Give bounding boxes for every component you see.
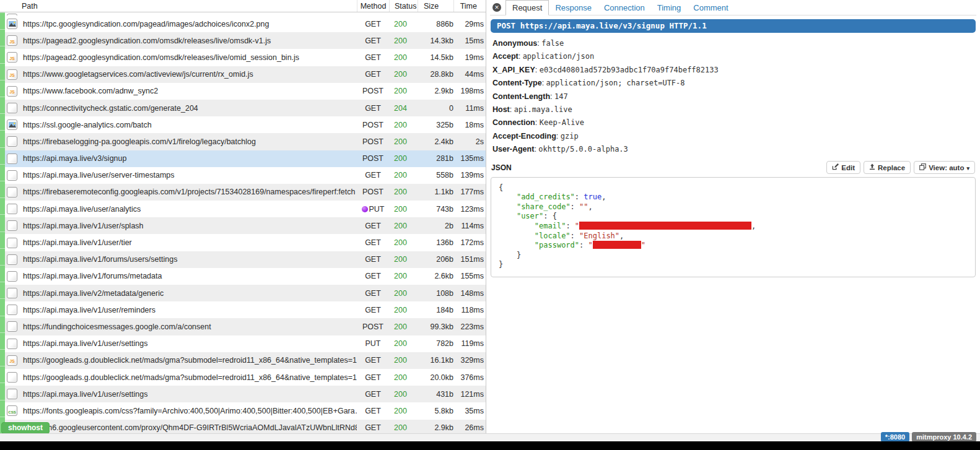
flow-method-text: GET: [365, 289, 381, 298]
flow-time: 18ms: [453, 121, 486, 129]
document-file-icon: [7, 254, 17, 265]
json-body-viewer[interactable]: { "add_credits": true, "share_code": "",…: [491, 177, 976, 277]
flow-status: 200: [389, 171, 418, 180]
request-header-line[interactable]: Content-Length: 147: [492, 90, 974, 103]
flow-row[interactable]: https://googleads.g.doubleclick.net/mads…: [0, 352, 486, 369]
header-value: gzip: [561, 132, 579, 141]
flow-rows: https://tpc.googlesyndication.com/pagead…: [0, 12, 486, 433]
column-header-status[interactable]: Status: [389, 0, 418, 12]
header-colon: :: [556, 132, 561, 141]
flow-method-text: GET: [365, 423, 381, 432]
flow-method: POST: [357, 121, 389, 129]
tab-connection[interactable]: Connection: [598, 0, 651, 15]
flow-path: https://api.maya.live/v1/user/settings: [23, 339, 357, 348]
flow-path: https://fundingchoicesmessages.google.co…: [23, 322, 357, 331]
flow-row[interactable]: https://api.maya.live/v3/signupPOST20028…: [0, 150, 486, 167]
flow-time: 19ms: [453, 53, 486, 62]
request-header-line[interactable]: X_API_KEY: e03cd40801ad572b93adbc1f70a9f…: [492, 64, 974, 77]
flow-row[interactable]: https://firebaseremoteconfig.googleapis.…: [0, 184, 486, 201]
request-header-line[interactable]: Anonymous: false: [492, 37, 974, 50]
json-token: :: [579, 241, 588, 249]
body-buttons: EditReplaceView: auto: [823, 161, 975, 174]
json-token: :: [571, 231, 579, 240]
flow-row[interactable]: https://tpc.googlesyndication.com/pagead…: [0, 15, 486, 32]
redaction-block: [579, 222, 751, 230]
button-label: View: auto: [929, 164, 964, 171]
flow-method: GET: [357, 272, 389, 280]
flow-row[interactable]: https://ssl.google-analytics.com/batchPO…: [0, 116, 486, 133]
flow-row[interactable]: https://api.maya.live/v2/metadata/generi…: [0, 285, 486, 301]
json-token: [499, 193, 517, 201]
flow-row[interactable]: https://fonts.googleapis.com/css?family=…: [0, 402, 486, 419]
flow-status: 200: [389, 373, 418, 382]
flow-row[interactable]: https://api.maya.live/v1/forums/metadata…: [0, 268, 486, 285]
request-header-line[interactable]: Accept-Encoding: gzip: [492, 130, 974, 143]
column-header-path[interactable]: Path: [0, 0, 357, 12]
header-name: Anonymous: [492, 39, 537, 48]
flow-row[interactable]: https://api.maya.live/v1/user/remindersG…: [0, 301, 486, 318]
view-auto-button[interactable]: View: auto: [914, 161, 975, 174]
json-token: ,: [602, 193, 606, 201]
tab-comment[interactable]: Comment: [687, 0, 734, 15]
flow-method-text: POST: [362, 154, 383, 163]
flow-row[interactable]: https://www.googletagservices.com/active…: [0, 66, 486, 83]
header-name: X_API_KEY: [492, 66, 535, 74]
tab-request[interactable]: Request: [505, 0, 549, 15]
request-header-line[interactable]: Content-Type: application/json; charset=…: [492, 77, 974, 90]
flow-row[interactable]: https://api.maya.live/v1/forums/users/se…: [0, 251, 486, 268]
request-header-line[interactable]: Connection: Keep-Alive: [492, 116, 974, 129]
flow-time: 148ms: [453, 289, 486, 298]
js-file-icon: [7, 355, 17, 366]
flow-row[interactable]: https://api.maya.live/v1/user/splashGET2…: [0, 217, 486, 234]
flow-status: 200: [389, 137, 418, 146]
flow-row[interactable]: https://googleads.g.doubleclick.net/mads…: [0, 369, 486, 386]
flow-size: 325b: [418, 121, 453, 129]
flow-row[interactable]: https://api.maya.live/v1/user/tierGET200…: [0, 234, 486, 251]
flow-row[interactable]: https://fundingchoicesmessages.google.co…: [0, 318, 486, 335]
flow-method-text: GET: [365, 222, 381, 230]
flow-method-text: POST: [362, 188, 383, 196]
flow-method: GET: [357, 255, 389, 264]
flow-path: https://api.maya.live/v1/user/reminders: [23, 306, 357, 314]
flow-method: GET: [357, 20, 389, 28]
edit-button[interactable]: Edit: [826, 161, 860, 174]
flow-row[interactable]: https://api.maya.live/user/analyticsPUT2…: [0, 201, 486, 217]
replace-button[interactable]: Replace: [864, 161, 911, 174]
tab-timing[interactable]: Timing: [651, 0, 688, 15]
column-header-time[interactable]: Time: [453, 0, 486, 12]
flow-method-text: GET: [365, 306, 381, 314]
flow-row[interactable]: https://firebaselogging-pa.googleapis.co…: [0, 133, 486, 150]
flow-row[interactable]: https://pagead2.googlesyndication.com/om…: [0, 49, 486, 66]
flow-row[interactable]: https://api.maya.live/v1/user/settingsPU…: [0, 335, 486, 352]
flow-row[interactable]: https://api.maya.live/user/server-timest…: [0, 167, 486, 184]
flow-row[interactable]: https://connectivitycheck.gstatic.com/ge…: [0, 100, 486, 116]
showhost-option-badge[interactable]: showhost: [1, 422, 50, 433]
column-header-size[interactable]: Size: [418, 0, 453, 12]
json-token: [499, 212, 517, 220]
flow-size: 16.1kb: [418, 356, 453, 365]
request-header-line[interactable]: Host: api.maya.live: [492, 103, 974, 116]
flow-path: https://api.maya.live/v1/forums/users/se…: [23, 255, 357, 264]
tab-response[interactable]: Response: [549, 0, 598, 15]
close-icon[interactable]: [492, 3, 501, 12]
request-header-line[interactable]: User-Agent: okhttp/5.0.0-alpha.3: [492, 143, 974, 156]
flow-marker-column: [0, 12, 5, 433]
flow-method-text: GET: [365, 171, 381, 180]
flow-method: GET: [357, 356, 389, 365]
flow-row[interactable]: https://pagead2.googlesyndication.com/om…: [0, 32, 486, 49]
flow-size: 281b: [418, 154, 453, 163]
flow-row[interactable]: https://www.facebook.com/adnw_sync2POST2…: [0, 83, 486, 100]
flow-time: 121ms: [453, 390, 486, 399]
request-header-line[interactable]: Accept: application/json: [492, 50, 974, 63]
request-line[interactable]: POST https://api.maya.live/v3/signup HTT…: [491, 19, 976, 33]
intercept-dot-icon: [362, 206, 368, 212]
column-header-method[interactable]: Method: [357, 0, 389, 12]
flow-path: https://lh6.googleusercontent.com/proxy/…: [23, 423, 357, 432]
header-value: application/json: [523, 52, 595, 61]
flow-path: https://pagead2.googlesyndication.com/om…: [23, 37, 357, 45]
flow-row[interactable]: https://api.maya.live/v1/user/settingsGE…: [0, 386, 486, 402]
flow-row[interactable]: https://lh6.googleusercontent.com/proxy/…: [0, 420, 486, 434]
flow-path: https://www.googletagservices.com/active…: [23, 70, 357, 79]
json-token: ,: [619, 231, 624, 240]
json-token: [499, 222, 535, 230]
